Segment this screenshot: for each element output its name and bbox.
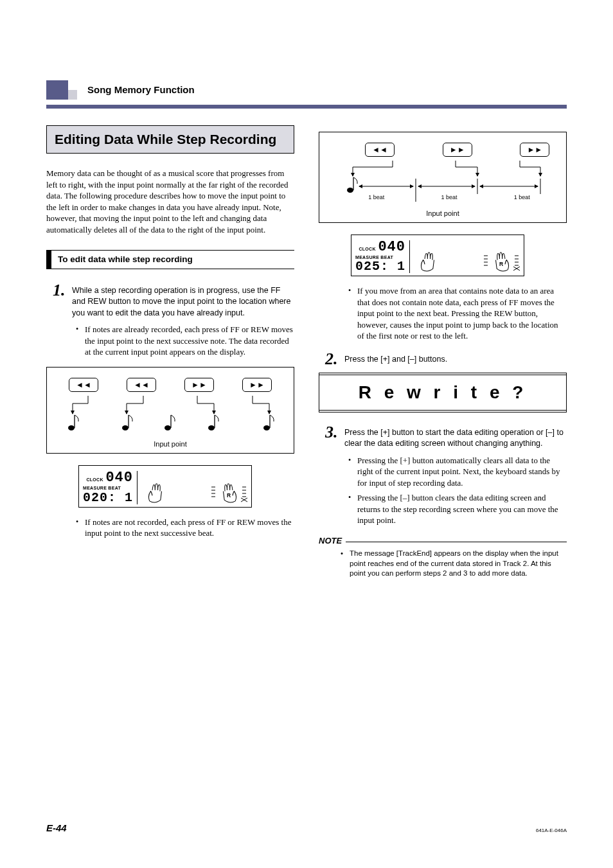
- clock-label: CLOCK: [86, 477, 103, 482]
- svg-text:R: R: [499, 261, 503, 267]
- level-left-icon: [210, 484, 217, 503]
- note-label: NOTE: [319, 535, 342, 547]
- right-hand-icon: R: [218, 483, 240, 504]
- diagram-notes-not-recorded: ◄◄ ►► ►►: [319, 132, 567, 223]
- lcd-display-1: CLOCK 040 MEASURE BEAT 020: 1 R: [78, 465, 252, 507]
- beat-label: 1 beat: [368, 193, 384, 201]
- diagram-arrows-1: [55, 396, 286, 434]
- header-bar: [46, 105, 567, 109]
- step-number: 2.: [325, 351, 344, 368]
- note-heading: NOTE: [319, 535, 567, 547]
- svg-point-43: [347, 188, 353, 193]
- beat-label: 1 beat: [514, 193, 530, 201]
- step-number: 1.: [53, 282, 72, 319]
- step3-bullet-1: Pressing the [+] button automatically cl…: [348, 455, 567, 489]
- rewind-icon: ◄◄: [69, 378, 98, 392]
- step1-bullet-3: If you move from an area that contains n…: [348, 285, 567, 342]
- level-right-icon: [513, 252, 520, 272]
- clock-value: 040: [105, 470, 133, 486]
- rewind-icon: ◄◄: [365, 143, 395, 157]
- clock-label: CLOCK: [359, 247, 375, 251]
- beat-label: 1 beat: [441, 193, 457, 201]
- fast-forward-icon: ►►: [242, 378, 272, 392]
- diagram-caption: Input point: [327, 209, 558, 218]
- step1-bullet-2: If notes are not recorded, each press of…: [76, 517, 294, 539]
- rewind-icon: ◄◄: [127, 378, 156, 392]
- level-right-icon: [241, 484, 247, 503]
- step1-bullet-1: If notes are already recorded, each pres…: [76, 324, 294, 358]
- step-3: 3. Press the [+] button to start the dat…: [325, 424, 567, 450]
- svg-point-16: [164, 425, 171, 430]
- left-column: Editing Data While Step Recording Memory…: [46, 125, 294, 579]
- header-decor: [46, 80, 68, 100]
- fast-forward-icon: ►►: [443, 143, 472, 157]
- subhead: To edit data while step recording: [46, 250, 294, 269]
- step-number: 3.: [325, 424, 344, 450]
- step-2-text: Press the [+] and [–] buttons.: [344, 351, 447, 368]
- left-hand-icon: [418, 251, 440, 273]
- lcd-display-2: CLOCK 040 MEASURE BEAT 025: 1 R: [351, 235, 524, 276]
- right-column: ◄◄ ►► ►►: [319, 125, 567, 579]
- fast-forward-icon: ►►: [184, 378, 214, 392]
- step-2: 2. Press the [+] and [–] buttons.: [325, 351, 567, 368]
- measure-beat-value: 020: 1: [83, 492, 133, 504]
- note-item: The message [TrackEnd] appears on the di…: [341, 549, 567, 579]
- svg-point-21: [263, 425, 270, 430]
- section-title: Editing Data While Step Recording: [46, 125, 294, 154]
- svg-text:R: R: [227, 492, 231, 499]
- diagram-caption: Input point: [55, 439, 286, 449]
- measure-beat-value: 025: 1: [355, 260, 405, 273]
- fast-forward-icon: ►►: [520, 143, 549, 157]
- step-3-text: Press the [+] button to start the data e…: [344, 424, 567, 450]
- step3-bullet-2: Pressing the [–] button clears the data …: [348, 492, 567, 526]
- svg-point-12: [68, 425, 75, 430]
- diagram-notes-recorded: ◄◄ ◄◄ ►► ►►: [46, 367, 294, 454]
- step-1-text: While a step recording operation is in p…: [72, 282, 294, 319]
- left-hand-icon: [145, 483, 167, 504]
- section-header: Song Memory Function: [87, 84, 195, 96]
- right-hand-icon: R: [490, 251, 512, 273]
- level-left-icon: [483, 252, 489, 272]
- svg-point-19: [208, 425, 215, 430]
- step-1: 1. While a step recording operation is i…: [53, 282, 294, 319]
- svg-point-14: [122, 425, 129, 430]
- clock-value: 040: [378, 239, 405, 255]
- rewrite-display: R e w r i t e ?: [319, 373, 567, 412]
- intro-paragraph: Memory data can be thought of as a music…: [46, 168, 294, 235]
- header-row: Song Memory Function: [46, 80, 567, 100]
- rewrite-text: R e w r i t e ?: [319, 375, 566, 411]
